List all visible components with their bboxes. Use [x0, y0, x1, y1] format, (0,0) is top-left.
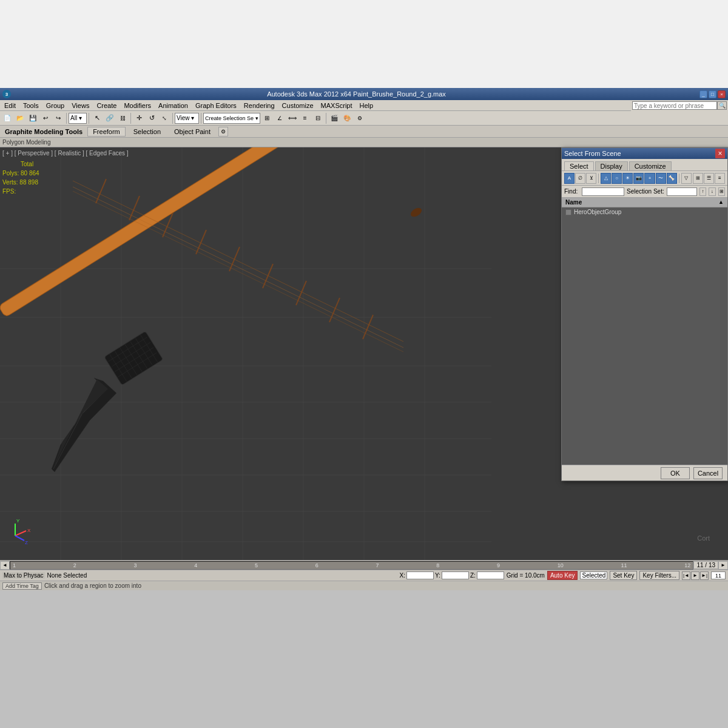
- dlg-tb-sep2: [679, 174, 679, 183]
- dlg-tb-none[interactable]: ∅: [575, 173, 585, 184]
- dlg-tb-bone[interactable]: 🦴: [667, 173, 677, 184]
- tb-material[interactable]: 🎨: [341, 112, 353, 124]
- menu-item-edit[interactable]: Edit: [1, 101, 19, 110]
- cancel-button[interactable]: Cancel: [693, 467, 723, 479]
- dialog-tab-display[interactable]: Display: [595, 161, 628, 170]
- tb-render-setup[interactable]: ⚙: [354, 112, 366, 124]
- dialog-object-list[interactable]: HeroObjectGroup: [562, 207, 727, 468]
- dlg-tb-geo[interactable]: △: [601, 173, 611, 184]
- ok-button[interactable]: OK: [661, 467, 690, 479]
- sel-set-input[interactable]: [667, 187, 697, 196]
- tb-link[interactable]: 🔗: [104, 112, 116, 124]
- frame-counter[interactable]: 11: [711, 571, 726, 579]
- find-label: Find:: [564, 188, 579, 195]
- tb-open[interactable]: 📂: [14, 112, 26, 124]
- graphite-tab-freeform[interactable]: Freeform: [87, 127, 126, 136]
- search-input[interactable]: [632, 101, 717, 110]
- menu-item-graph-editors[interactable]: Graph Editors: [192, 101, 240, 110]
- menu-item-tools[interactable]: Tools: [20, 101, 42, 110]
- viewport-label: [ + ] [ Perspective ] [ Realistic ] [ Ed…: [2, 150, 129, 157]
- key-mode-dropdown[interactable]: Selected: [580, 571, 607, 579]
- tb-undo[interactable]: ↩: [39, 112, 52, 124]
- sub-label-bar: Polygon Modeling: [0, 138, 728, 147]
- dlg-tb-icon2[interactable]: ☰: [704, 173, 714, 184]
- dialog-title-text: Select From Scene: [564, 150, 621, 157]
- create-selection-set[interactable]: Create Selection Se ▾: [203, 113, 260, 124]
- tb-mirror[interactable]: ⟺: [286, 112, 298, 124]
- menu-item-customize[interactable]: Customize: [279, 101, 317, 110]
- dlg-tb-icon1[interactable]: ⊞: [693, 173, 703, 184]
- view-dropdown[interactable]: View ▾: [175, 113, 199, 124]
- tb-snap[interactable]: ⊞: [261, 112, 273, 124]
- tb-unlink[interactable]: ⛓: [116, 112, 129, 124]
- tb-render[interactable]: 🎬: [328, 112, 340, 124]
- dlg-sort-btn1[interactable]: ↑: [699, 187, 706, 196]
- maximize-button[interactable]: □: [709, 90, 716, 98]
- menu-item-maxscript[interactable]: MAXScript: [318, 101, 356, 110]
- next-frame-btn[interactable]: ►|: [700, 571, 709, 580]
- dlg-tb-shape[interactable]: ○: [612, 173, 622, 184]
- menu-item-views[interactable]: Views: [69, 101, 92, 110]
- svg-text:Y: Y: [16, 518, 20, 524]
- add-time-tag-btn[interactable]: Add Time Tag: [2, 582, 42, 590]
- minimize-button[interactable]: _: [699, 90, 707, 98]
- x-coord-label: X:: [400, 572, 405, 579]
- main-toolbar: 📄 📂 💾 ↩ ↪ All ▾ ↖ 🔗 ⛓ ✛ ↺ ⤡ View ▾ Creat…: [0, 111, 728, 126]
- tb-rotate[interactable]: ↺: [146, 112, 158, 124]
- list-item[interactable]: HeroObjectGroup: [562, 207, 727, 217]
- graphite-settings-btn[interactable]: ⚙: [218, 127, 228, 136]
- menu-item-help[interactable]: Help: [357, 101, 377, 110]
- auto-key-btn[interactable]: Auto Key: [547, 571, 578, 580]
- dialog-tab-customize[interactable]: Customize: [629, 161, 672, 170]
- menu-item-animation[interactable]: Animation: [155, 101, 191, 110]
- timeline-left-btn[interactable]: ◄: [0, 561, 10, 570]
- tb-move[interactable]: ✛: [133, 112, 145, 124]
- y-coord-input[interactable]: [442, 571, 469, 579]
- set-key-btn[interactable]: Set Key: [610, 571, 637, 580]
- dlg-tb-icon3[interactable]: ≡: [715, 173, 725, 184]
- graphite-tab-object-paint[interactable]: Object Paint: [169, 127, 216, 136]
- dlg-tb-spacewarp[interactable]: 〜: [656, 173, 666, 184]
- dlg-tb-camera[interactable]: 📷: [633, 173, 644, 184]
- menu-item-rendering[interactable]: Rendering: [241, 101, 278, 110]
- dialog-tab-select[interactable]: Select: [564, 161, 594, 170]
- dialog-close-button[interactable]: ×: [715, 149, 725, 158]
- dlg-sort-btn3[interactable]: ⊞: [718, 187, 725, 196]
- tb-save[interactable]: 💾: [27, 112, 39, 124]
- dlg-sort-btn2[interactable]: ↓: [709, 187, 715, 196]
- timeline-track-area[interactable]: 123456789101112: [10, 561, 693, 570]
- tb-sep4: [172, 113, 173, 124]
- filter-dropdown[interactable]: All ▾: [69, 113, 87, 124]
- dlg-tb-all[interactable]: A: [564, 173, 575, 184]
- menu-item-modifiers[interactable]: Modifiers: [121, 101, 154, 110]
- search-icon[interactable]: 🔍: [717, 101, 727, 110]
- close-button[interactable]: ×: [718, 90, 726, 98]
- key-filters-btn[interactable]: Key Filters...: [639, 571, 679, 580]
- none-selected: None Selected: [47, 572, 87, 579]
- tb-scale[interactable]: ⤡: [158, 112, 170, 124]
- tb-align[interactable]: ≡: [299, 112, 311, 124]
- timeline-frame-indicator: 11 / 13: [693, 561, 718, 569]
- timeline-scroll: ◄ 123456789101112 11 / 13 ►: [0, 560, 728, 570]
- find-input[interactable]: [582, 187, 624, 196]
- menu-item-create[interactable]: Create: [93, 101, 120, 110]
- play-btn[interactable]: ►: [691, 571, 699, 580]
- timeline-right-btn[interactable]: ►: [718, 561, 728, 570]
- tb-new[interactable]: 📄: [1, 112, 13, 124]
- grid-label: Grid = 10.0cm: [507, 572, 545, 579]
- polygon-modeling-label: Polygon Modeling: [2, 139, 51, 146]
- dlg-tb-light[interactable]: ☀: [622, 173, 633, 184]
- svg-text:Z: Z: [25, 540, 28, 545]
- dlg-tb-filter[interactable]: ▽: [681, 173, 692, 184]
- z-coord-input[interactable]: [477, 571, 504, 579]
- tb-redo[interactable]: ↪: [52, 112, 64, 124]
- tb-angle-snap[interactable]: ∠: [274, 112, 286, 124]
- tb-layer[interactable]: ⊟: [312, 112, 324, 124]
- tb-select[interactable]: ↖: [91, 112, 103, 124]
- x-coord-input[interactable]: [406, 571, 434, 579]
- menu-item-group[interactable]: Group: [43, 101, 68, 110]
- dlg-tb-invert[interactable]: ⊻: [586, 173, 596, 184]
- graphite-tab-selection[interactable]: Selection: [128, 127, 166, 136]
- prev-frame-btn[interactable]: |◄: [682, 571, 690, 580]
- dlg-tb-helper[interactable]: +: [644, 173, 655, 184]
